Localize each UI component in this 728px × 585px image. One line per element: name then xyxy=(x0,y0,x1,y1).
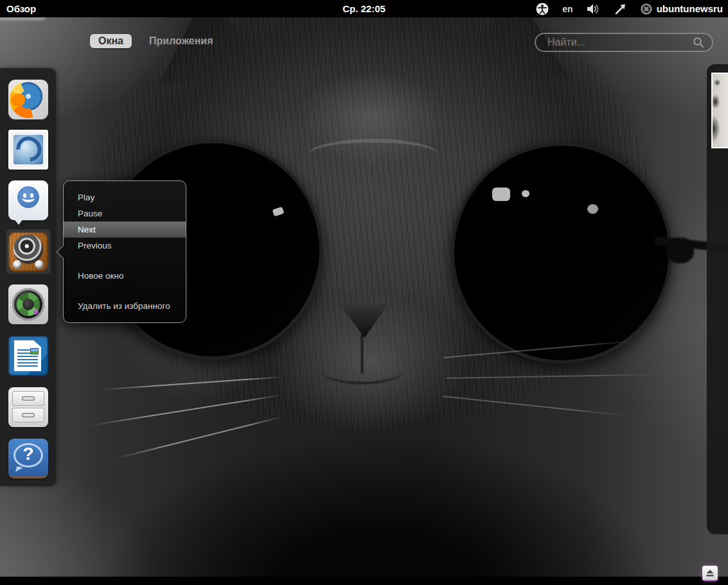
dash-item-firefox[interactable] xyxy=(8,80,48,119)
search-box[interactable] xyxy=(535,33,713,52)
top-panel: Обзор Ср. 22:05 en xyxy=(0,0,728,17)
user-menu[interactable]: ubuntunewsru xyxy=(641,3,723,15)
gnome-shell-overview: Обзор Ср. 22:05 en xyxy=(0,0,728,585)
network-icon[interactable] xyxy=(614,3,627,15)
shotwell-lens-icon xyxy=(8,284,48,324)
volume-icon[interactable] xyxy=(587,3,601,15)
menu-item-remove-from-favorites[interactable]: Удалить из избранного xyxy=(64,298,186,314)
dash-item-thunderbird[interactable] xyxy=(8,130,48,170)
tab-windows[interactable]: Окна xyxy=(90,34,132,48)
dash-item-shotwell[interactable] xyxy=(8,284,48,324)
username-label: ubuntunewsru xyxy=(657,3,723,14)
cat-mouth xyxy=(321,357,404,384)
menu-item-previous[interactable]: Previous xyxy=(64,238,186,254)
dash: ? xyxy=(0,68,56,486)
search-icon xyxy=(693,37,704,48)
accessibility-icon[interactable] xyxy=(536,3,549,15)
libreoffice-writer-icon xyxy=(8,336,48,376)
dash-item-empathy[interactable] xyxy=(8,180,48,220)
workspace-switcher xyxy=(707,64,728,534)
file-manager-icon xyxy=(8,387,48,427)
dash-item-music-player[interactable] xyxy=(8,232,48,272)
sunglasses-bridge xyxy=(307,139,439,172)
message-tray-edge xyxy=(0,577,728,585)
eject-glyph xyxy=(706,569,715,577)
help-icon: ? xyxy=(8,439,48,478)
menu-item-pause[interactable]: Pause xyxy=(64,205,186,222)
eject-removable-media-icon[interactable] xyxy=(702,566,718,581)
firefox-icon xyxy=(8,80,48,119)
menu-item-new-window[interactable]: Новое окно xyxy=(64,268,186,284)
tab-applications[interactable]: Приложения xyxy=(141,34,222,48)
sunglasses-right-lens xyxy=(451,143,672,363)
dash-item-help[interactable]: ? xyxy=(8,439,48,478)
empathy-chat-icon xyxy=(8,180,48,220)
menu-item-next[interactable]: Next xyxy=(64,222,186,238)
app-context-menu: Play Pause Next Previous Новое окно Удал… xyxy=(63,180,186,323)
user-status-icon xyxy=(641,3,652,15)
status-area: en ubuntunewsru xyxy=(536,0,723,17)
keyboard-layout-indicator[interactable]: en xyxy=(562,4,573,14)
dash-item-libreoffice-writer[interactable] xyxy=(8,336,48,376)
music-player-speaker-icon xyxy=(8,232,48,272)
dash-item-files[interactable] xyxy=(8,387,48,427)
view-selector: Окна Приложения xyxy=(90,34,222,48)
cat-chest-shadow xyxy=(90,411,668,585)
workspace-thumbnail[interactable] xyxy=(711,73,728,148)
thunderbird-icon xyxy=(8,130,48,170)
menu-item-play[interactable]: Play xyxy=(64,189,186,205)
search-input[interactable] xyxy=(547,37,693,48)
